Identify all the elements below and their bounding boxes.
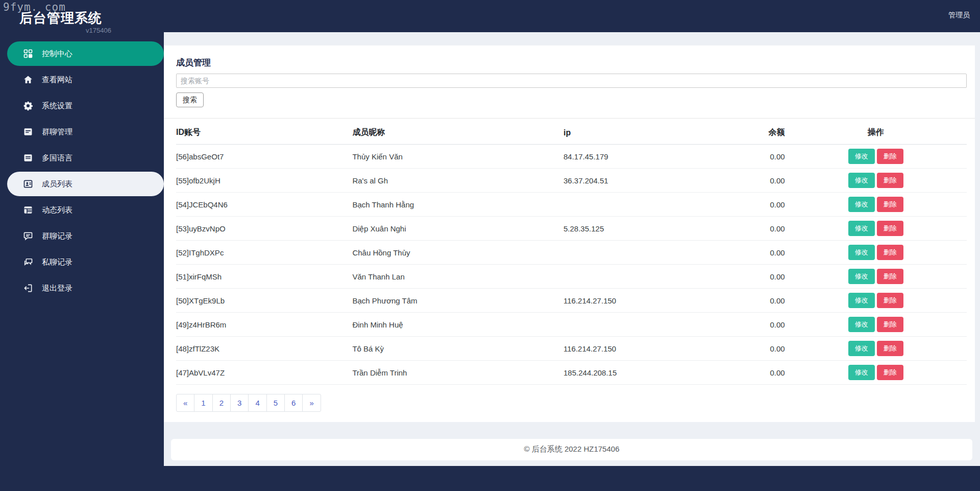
app-version: v175406 xyxy=(19,27,111,34)
sidebar-item-group-chat-log[interactable]: 群聊记录 xyxy=(7,224,164,248)
sidebar-item-member-list[interactable]: 成员列表 xyxy=(7,172,164,196)
cell-id: [49]z4HrBR6m xyxy=(176,313,352,337)
table-row: [50]XTgEk9Lb Bạch Phương Tâm 116.214.27.… xyxy=(176,289,967,313)
cell-name: Diệp Xuân Nghi xyxy=(352,217,564,241)
cell-ip xyxy=(564,193,722,217)
delete-button[interactable]: 删除 xyxy=(877,365,903,380)
table-row: [48]zfTlZ23K Tô Bá Kỳ 116.214.27.150 0.0… xyxy=(176,337,967,361)
cell-name: Châu Hồng Thủy xyxy=(352,241,564,265)
sidebar-item-label: 成员列表 xyxy=(42,179,72,189)
edit-button[interactable]: 修改 xyxy=(848,245,875,260)
cell-balance: 0.00 xyxy=(722,193,785,217)
search-button[interactable]: 搜索 xyxy=(176,92,204,107)
sidebar-item-control-center[interactable]: 控制中心 xyxy=(7,41,164,66)
activity-list-icon xyxy=(23,205,33,215)
edit-button[interactable]: 修改 xyxy=(848,341,875,356)
cell-balance: 0.00 xyxy=(722,241,785,265)
member-list-icon xyxy=(23,179,33,189)
table-row: [56]absGeOt7 Thủy Kiến Văn 84.17.45.179 … xyxy=(176,145,967,169)
cell-id: [50]XTgEk9Lb xyxy=(176,289,352,313)
sidebar-item-label: 控制中心 xyxy=(42,49,72,59)
sidebar-menu: 控制中心 查看网站 系统设置 群聊管理 多国语言 xyxy=(0,41,164,300)
sidebar-item-logout[interactable]: 退出登录 xyxy=(7,276,164,300)
delete-button[interactable]: 删除 xyxy=(877,221,903,236)
pagination-page-6[interactable]: 6 xyxy=(284,394,303,412)
cell-ip: 36.37.204.51 xyxy=(564,169,722,193)
pagination-page-3[interactable]: 3 xyxy=(230,394,249,412)
cell-id: [52]ITghDXPc xyxy=(176,241,352,265)
topbar-user-admin[interactable]: 管理员 xyxy=(948,11,970,20)
search-input[interactable] xyxy=(176,74,967,88)
cell-balance: 0.00 xyxy=(722,145,785,169)
delete-button[interactable]: 删除 xyxy=(877,269,903,284)
cell-balance: 0.00 xyxy=(722,265,785,289)
cell-id: [47]AbVLv47Z xyxy=(176,361,352,385)
edit-button[interactable]: 修改 xyxy=(848,293,875,308)
cell-id: [56]absGeOt7 xyxy=(176,145,352,169)
edit-button[interactable]: 修改 xyxy=(848,365,875,380)
header-nickname: 成员昵称 xyxy=(352,120,564,145)
cell-name: Văn Thanh Lan xyxy=(352,265,564,289)
header-id: ID账号 xyxy=(176,120,352,145)
pagination-page-2[interactable]: 2 xyxy=(212,394,231,412)
cell-ip: 116.214.27.150 xyxy=(564,289,722,313)
table-row: [52]ITghDXPc Châu Hồng Thủy 0.00 修改删除 xyxy=(176,241,967,265)
sidebar-item-view-site[interactable]: 查看网站 xyxy=(7,67,164,92)
cell-id: [55]ofb2UkjH xyxy=(176,169,352,193)
pagination-next[interactable]: » xyxy=(302,394,321,412)
group-chat-log-icon xyxy=(23,231,33,241)
cell-name: Bạch Thanh Hằng xyxy=(352,193,564,217)
edit-button[interactable]: 修改 xyxy=(848,221,875,236)
dashboard-icon xyxy=(23,49,33,59)
sidebar-item-languages[interactable]: 多国语言 xyxy=(7,146,164,170)
sidebar-item-label: 系统设置 xyxy=(42,101,72,111)
pagination-page-1[interactable]: 1 xyxy=(194,394,212,412)
table-row: [53]uyBzvNpO Diệp Xuân Nghi 5.28.35.125 … xyxy=(176,217,967,241)
cell-ip: 5.28.35.125 xyxy=(564,217,722,241)
cell-id: [51]xirFqMSh xyxy=(176,265,352,289)
delete-button[interactable]: 删除 xyxy=(877,173,903,188)
sidebar-item-system-settings[interactable]: 系统设置 xyxy=(7,93,164,118)
cell-name: Ra's al Gh xyxy=(352,169,564,193)
cell-name: Bạch Phương Tâm xyxy=(352,289,564,313)
cell-balance: 0.00 xyxy=(722,313,785,337)
cell-balance: 0.00 xyxy=(722,289,785,313)
edit-button[interactable]: 修改 xyxy=(848,173,875,188)
table-row: [49]z4HrBR6m Đinh Minh Huệ 0.00 修改删除 xyxy=(176,313,967,337)
sidebar-item-group-chat-manage[interactable]: 群聊管理 xyxy=(7,120,164,144)
cell-id: [53]uyBzvNpO xyxy=(176,217,352,241)
cell-id: [54]JCEbQ4N6 xyxy=(176,193,352,217)
delete-button[interactable]: 删除 xyxy=(877,149,903,164)
cell-name: Thủy Kiến Văn xyxy=(352,145,564,169)
main-content: 成员管理 搜索 ID账号 成员昵称 ip 余额 操作 [56]absGeOt7 … xyxy=(164,32,980,466)
cell-ip xyxy=(564,313,722,337)
cell-balance: 0.00 xyxy=(722,337,785,361)
group-chat-manage-icon xyxy=(23,127,33,137)
pagination-page-5[interactable]: 5 xyxy=(266,394,285,412)
delete-button[interactable]: 删除 xyxy=(877,245,903,260)
pagination-page-4[interactable]: 4 xyxy=(248,394,266,412)
cell-id: [48]zfTlZ23K xyxy=(176,337,352,361)
table-row: [47]AbVLv47Z Trần Diễm Trinh 185.244.208… xyxy=(176,361,967,385)
delete-button[interactable]: 删除 xyxy=(877,341,903,356)
member-management-card: 成员管理 搜索 ID账号 成员昵称 ip 余额 操作 [56]absGeOt7 … xyxy=(164,45,975,422)
edit-button[interactable]: 修改 xyxy=(848,317,875,332)
cell-ip: 84.17.45.179 xyxy=(564,145,722,169)
sidebar: 后台管理系统 v175406 控制中心 查看网站 系统设置 群聊管理 xyxy=(0,0,164,491)
edit-button[interactable]: 修改 xyxy=(848,197,875,212)
cell-balance: 0.00 xyxy=(722,361,785,385)
sidebar-item-activity-list[interactable]: 动态列表 xyxy=(7,198,164,222)
page-title: 成员管理 xyxy=(176,57,967,68)
cell-ip xyxy=(564,265,722,289)
header-ip: ip xyxy=(564,120,722,145)
edit-button[interactable]: 修改 xyxy=(848,149,875,164)
delete-button[interactable]: 删除 xyxy=(877,197,903,212)
delete-button[interactable]: 删除 xyxy=(877,317,903,332)
sidebar-item-private-chat-log[interactable]: 私聊记录 xyxy=(7,250,164,274)
pagination-prev[interactable]: « xyxy=(176,394,194,412)
edit-button[interactable]: 修改 xyxy=(848,269,875,284)
delete-button[interactable]: 删除 xyxy=(877,293,903,308)
cell-name: Tô Bá Kỳ xyxy=(352,337,564,361)
table-header-row: ID账号 成员昵称 ip 余额 操作 xyxy=(176,120,967,145)
cell-balance: 0.00 xyxy=(722,169,785,193)
